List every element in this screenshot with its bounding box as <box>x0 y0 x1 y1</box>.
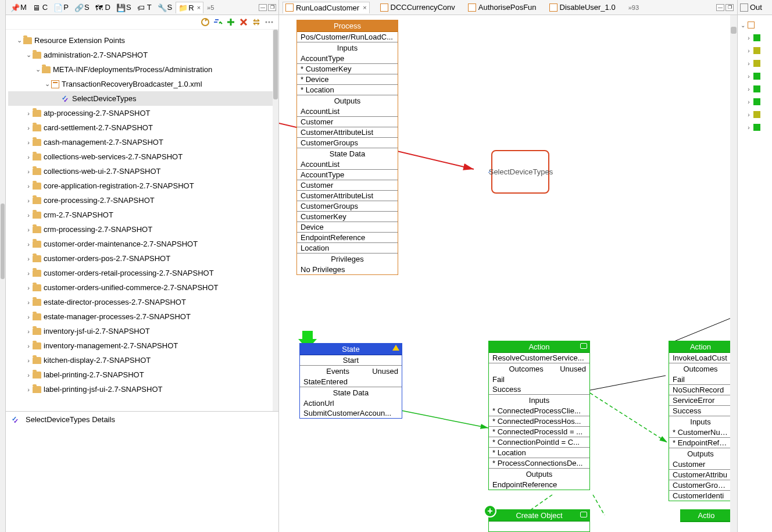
tree-folder[interactable]: ›cash-management-2.7-SNAPSHOT <box>8 135 276 149</box>
expander-icon[interactable]: › <box>24 183 33 190</box>
tab-s2[interactable]: 💾S <box>114 2 134 13</box>
minimize-button[interactable]: — <box>259 4 267 11</box>
expander-icon[interactable]: › <box>24 270 33 277</box>
drop-target[interactable]: SelectDeviceTypes <box>491 150 549 194</box>
tree-folder[interactable]: ›core-processing-2.7-SNAPSHOT <box>8 193 276 208</box>
tree-folder[interactable]: ›inventory-jsf-ui-2.7-SNAPSHOT <box>8 324 276 338</box>
expander-icon[interactable]: › <box>24 372 33 379</box>
outline-tree[interactable]: ⌄ › › › › › › › › <box>738 15 772 137</box>
expander-icon[interactable]: › <box>24 139 33 146</box>
tree-meta[interactable]: ⌄META-INF/deployments/Process/Administra… <box>8 62 276 77</box>
tab-s3[interactable]: 🔧S <box>155 2 175 13</box>
expander-icon[interactable]: › <box>24 153 33 160</box>
expander-icon[interactable]: › <box>24 299 33 306</box>
filter-icon[interactable] <box>213 17 223 27</box>
tree-selected-item[interactable]: SelectDeviceTypes <box>8 91 276 106</box>
expander-icon[interactable]: › <box>24 284 33 291</box>
expander-icon[interactable]: › <box>24 212 33 219</box>
outline-item[interactable]: › <box>740 83 770 95</box>
tree-folder[interactable]: ›crm-2.7-SNAPSHOT <box>8 208 276 222</box>
outline-item[interactable]: › <box>740 31 770 44</box>
tree-folder[interactable]: ›kitchen-display-2.7-SNAPSHOT <box>8 353 276 367</box>
outline-item[interactable]: › <box>740 44 770 57</box>
outline-item[interactable]: › <box>740 57 770 70</box>
outline-item[interactable]: › <box>740 121 770 134</box>
action-node-resolve[interactable]: Action ResolveCustomerService... Outcome… <box>488 341 590 490</box>
outline-item[interactable]: › <box>740 95 770 108</box>
tab-overflow[interactable]: »5 <box>205 4 214 11</box>
tree-folder[interactable]: ›collections-web-services-2.7-SNAPSHOT <box>8 149 276 164</box>
expander-icon[interactable]: › <box>24 313 33 320</box>
tree-admin[interactable]: ⌄administration-2.7-SNAPSHOT <box>8 48 276 62</box>
tab-m[interactable]: 📌M <box>8 2 29 13</box>
restore-button[interactable]: ❐ <box>725 4 734 11</box>
editor-tab-dcccurrency[interactable]: DCCCurrencyConv <box>378 2 458 13</box>
tree-folder[interactable]: ›atp-processing-2.7-SNAPSHOT <box>8 106 276 120</box>
refresh-icon[interactable] <box>201 17 210 27</box>
minimize-button[interactable]: — <box>716 4 724 11</box>
delete-icon[interactable] <box>239 17 248 27</box>
action-node-invoke[interactable]: Action InvokeLoadCust Outcomes FailNoSuc… <box>669 341 732 501</box>
expander-icon[interactable]: › <box>24 241 33 248</box>
tab-close[interactable]: × <box>363 4 366 11</box>
scrollbar-thumb[interactable] <box>273 30 278 99</box>
tree-folder[interactable]: ›customer-order-maintenance-2.7-SNAPSHOT <box>8 237 276 251</box>
menu-icon[interactable] <box>265 17 274 27</box>
expander-icon[interactable]: ⌄ <box>34 66 42 73</box>
expander-icon[interactable]: › <box>24 386 33 393</box>
tree-folder[interactable]: ›card-settlement-2.7-SNAPSHOT <box>8 120 276 135</box>
expander-icon[interactable]: › <box>24 342 33 349</box>
outline-item[interactable]: › <box>740 70 770 83</box>
expander-icon[interactable]: › <box>24 197 33 204</box>
tree-folder[interactable]: ›estate-manager-processes-2.7-SNAPSHOT <box>8 309 276 324</box>
tree-xml[interactable]: ⌄TransactionRecoveryBroadcaster_1.0.xml <box>8 77 276 91</box>
tree-folder[interactable]: ›customer-orders-retail-processing-2.7-S… <box>8 266 276 280</box>
process-diagram[interactable]: Process Pos/Customer/RunLoadC... Inputs … <box>279 15 737 532</box>
editor-tab-runloadcustomer[interactable]: RunLoadCustomer× <box>283 2 370 13</box>
create-object-node[interactable]: Create Object <box>488 509 590 532</box>
expander-icon[interactable]: › <box>24 110 33 117</box>
expander-icon[interactable]: › <box>24 226 33 233</box>
expander-icon[interactable]: ⌄ <box>15 37 23 44</box>
editor-tab-authorise[interactable]: AuthorisePosFun <box>466 2 539 13</box>
collapse-icon[interactable] <box>252 17 261 27</box>
canvas-scrollbar[interactable] <box>730 15 737 532</box>
tree-folder[interactable]: ›collections-web-ui-2.7-SNAPSHOT <box>8 164 276 178</box>
tab-r-active[interactable]: 📁R× <box>176 2 203 13</box>
expander-icon[interactable]: › <box>24 168 33 175</box>
tab-c[interactable]: 🖥C <box>30 2 50 13</box>
tab-close[interactable]: × <box>197 4 201 11</box>
process-node[interactable]: Process Pos/Customer/RunLoadC... Inputs … <box>296 20 398 275</box>
tree-root[interactable]: ⌄Resource Extension Points <box>8 33 276 48</box>
scrollbar-thumb[interactable] <box>1 203 5 279</box>
outline-item[interactable]: ⌄ <box>740 19 770 31</box>
expander-icon[interactable]: › <box>24 357 33 364</box>
tree-folder[interactable]: ›label-printing-jsf-ui-2.7-SNAPSHOT <box>8 382 276 397</box>
outline-item[interactable]: › <box>740 108 770 121</box>
expander-icon[interactable]: › <box>24 328 33 335</box>
tree-folder[interactable]: ›core-application-registration-2.7-SNAPS… <box>8 178 276 193</box>
tree-scrollbar[interactable] <box>273 30 278 411</box>
tab-s1[interactable]: 🔗S <box>72 2 92 13</box>
scrollbar-thumb[interactable] <box>731 27 737 34</box>
tree-folder[interactable]: ›customer-orders-pos-2.7-SNAPSHOT <box>8 251 276 266</box>
tree-folder[interactable]: ›customer-orders-unified-commerce-2.7-SN… <box>8 280 276 295</box>
expander-icon[interactable]: ⌄ <box>43 80 51 88</box>
tree-folder[interactable]: ›inventory-management-2.7-SNAPSHOT <box>8 338 276 353</box>
state-node[interactable]: State Start EventsUnused StateEntered St… <box>299 343 402 419</box>
expander-icon[interactable]: › <box>24 255 33 262</box>
window-scrollbar[interactable] <box>0 0 6 532</box>
editor-tab-overflow[interactable]: »93 <box>626 4 639 11</box>
editor-tab-disableuser[interactable]: DisableUser_1.0 <box>547 2 618 13</box>
tab-t[interactable]: 🏷T <box>135 2 154 13</box>
tab-p[interactable]: 📄P <box>51 2 71 13</box>
action-node-partial[interactable]: Actio <box>680 509 732 522</box>
resource-tree[interactable]: ⌄Resource Extension Points ⌄administrati… <box>6 30 278 411</box>
tree-folder[interactable]: ›crm-processing-2.7-SNAPSHOT <box>8 222 276 237</box>
add-icon[interactable] <box>226 17 235 27</box>
tree-folder[interactable]: ›label-printing-2.7-SNAPSHOT <box>8 367 276 382</box>
expander-icon[interactable]: › <box>24 124 33 131</box>
restore-button[interactable]: ❐ <box>268 4 276 11</box>
expander-icon[interactable]: ⌄ <box>24 51 33 59</box>
tab-d[interactable]: 🗺D <box>93 2 113 13</box>
